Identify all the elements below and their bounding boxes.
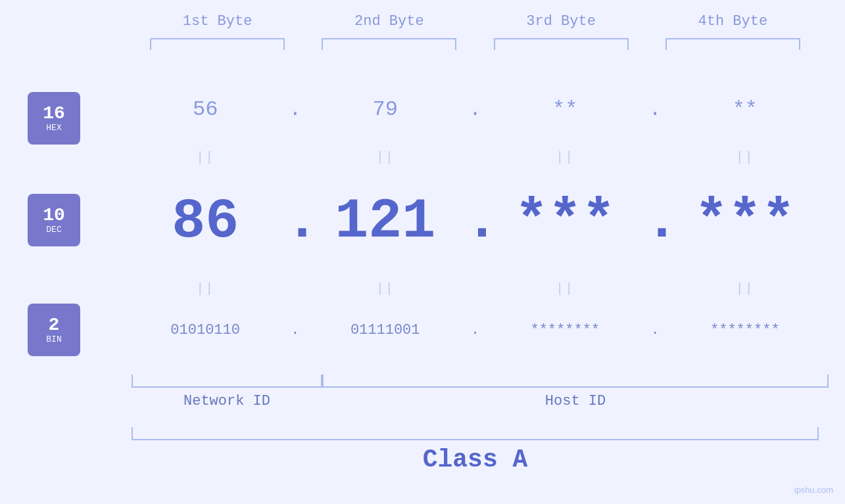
- bin-b3: ********: [498, 322, 633, 338]
- bin-dot1: .: [285, 322, 305, 338]
- byte4-header: 4th Byte: [654, 13, 811, 30]
- hex-b4: **: [677, 97, 812, 122]
- bin-b1: 01010110: [138, 322, 273, 338]
- bin-row: 01010110 . 01111001 . ******** . *******…: [132, 322, 819, 338]
- dec-b1: 86: [138, 194, 273, 250]
- top-brackets: [132, 38, 819, 50]
- bin-b4: ********: [677, 322, 812, 338]
- badge-dec-number: 10: [43, 206, 65, 225]
- byte3-header: 3rd Byte: [482, 13, 640, 30]
- hex-dot1: .: [285, 97, 305, 122]
- bot-bracket-host: [322, 375, 829, 388]
- dec-b3: ***: [498, 194, 633, 250]
- class-a-label: Class A: [132, 446, 819, 474]
- eq2-b2: ||: [318, 281, 452, 296]
- bin-b2: 01111001: [318, 322, 452, 338]
- watermark: ipshu.com: [794, 485, 833, 495]
- hex-dot3: .: [645, 97, 665, 122]
- hex-dot2: .: [465, 97, 485, 122]
- page: 1st Byte 2nd Byte 3rd Byte 4th Byte 16 H…: [0, 0, 845, 504]
- badge-dec-label: DEC: [46, 225, 61, 235]
- dec-dot3: .: [645, 194, 665, 250]
- host-id-label: Host ID: [322, 393, 829, 409]
- equals-row-2: || || || ||: [132, 281, 819, 296]
- byte1-header: 1st Byte: [139, 13, 297, 30]
- hex-b1: 56: [138, 97, 273, 122]
- top-bracket-4: [665, 38, 800, 50]
- eq2-b4: ||: [677, 281, 812, 296]
- top-bracket-3: [494, 38, 629, 50]
- equals-row-1: || || || ||: [132, 150, 819, 165]
- hex-b3: **: [498, 97, 633, 122]
- eq1-b2: ||: [318, 150, 452, 165]
- hex-b2: 79: [318, 97, 452, 122]
- dec-dot2: .: [465, 194, 485, 250]
- eq1-b1: ||: [138, 150, 273, 165]
- dec-row: 86 . 121 . *** . ***: [132, 194, 819, 250]
- class-bracket: [132, 427, 819, 440]
- bot-bracket-network: [132, 375, 322, 388]
- eq1-b4: ||: [677, 150, 812, 165]
- eq2-b1: ||: [138, 281, 273, 296]
- badge-hex: 16 HEX: [28, 92, 80, 145]
- byte2-header: 2nd Byte: [310, 13, 468, 30]
- badge-bin: 2 BIN: [28, 304, 80, 356]
- network-id-label: Network ID: [132, 393, 322, 409]
- badge-hex-number: 16: [43, 104, 65, 123]
- badge-dec: 10 DEC: [28, 194, 80, 246]
- badge-bin-number: 2: [49, 316, 60, 334]
- byte-headers: 1st Byte 2nd Byte 3rd Byte 4th Byte: [132, 13, 819, 30]
- top-bracket-2: [322, 38, 456, 50]
- hex-row: 56 . 79 . ** . **: [132, 97, 819, 122]
- badge-hex-label: HEX: [46, 123, 61, 133]
- dec-dot1: .: [285, 194, 305, 250]
- bottom-brackets: [132, 375, 829, 388]
- eq2-b3: ||: [498, 281, 633, 296]
- dec-b2: 121: [318, 194, 452, 250]
- eq1-b3: ||: [498, 150, 633, 165]
- bin-dot3: .: [645, 322, 665, 338]
- top-bracket-1: [150, 38, 285, 50]
- bin-dot2: .: [465, 322, 485, 338]
- badge-bin-label: BIN: [46, 334, 61, 344]
- dec-b4: ***: [677, 194, 812, 250]
